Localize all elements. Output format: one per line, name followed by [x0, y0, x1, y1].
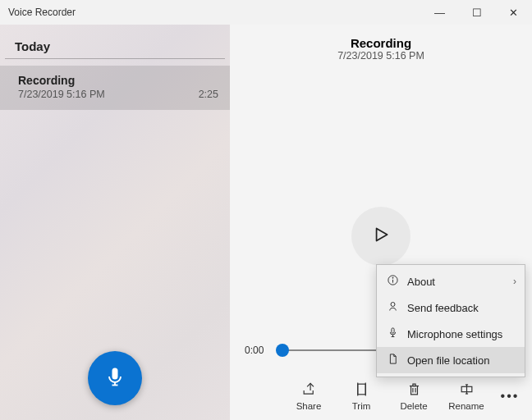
title-bar: Voice Recorder — ☐ ✕ [0, 0, 532, 25]
share-button[interactable]: Share [282, 377, 335, 411]
menu-item-label: About [407, 276, 435, 288]
recording-timestamp: 7/23/2019 5:16 PM [18, 89, 105, 100]
app-window: Voice Recorder — ☐ ✕ Today Recording 7/2… [0, 0, 532, 420]
recordings-sidebar: Today Recording 7/23/2019 5:16 PM 2:25 [0, 25, 230, 420]
svg-point-17 [392, 277, 393, 278]
rename-icon [459, 381, 475, 399]
share-icon [301, 381, 317, 399]
trash-icon [406, 381, 422, 399]
menu-item-microphone-settings[interactable]: Microphone settings [377, 321, 525, 347]
menu-item-label: Send feedback [407, 302, 479, 314]
close-button[interactable]: ✕ [495, 0, 532, 25]
recording-name: Recording [18, 74, 218, 87]
menu-item-label: Microphone settings [407, 328, 502, 340]
menu-item-open-file-location[interactable]: Open file location [377, 347, 525, 373]
more-context-menu: About › Send feedback Microphone setting… [376, 264, 525, 377]
microphone-icon [103, 365, 126, 391]
playback-title: Recording [337, 36, 424, 50]
seek-thumb[interactable] [276, 344, 289, 357]
svg-rect-19 [392, 328, 394, 333]
chevron-right-icon: › [513, 276, 516, 287]
play-button[interactable] [351, 207, 410, 266]
recording-list-item[interactable]: Recording 7/23/2019 5:16 PM 2:25 [0, 66, 230, 110]
app-title: Voice Recorder [8, 7, 76, 18]
feedback-icon [387, 300, 399, 315]
trim-icon [354, 381, 369, 399]
delete-label: Delete [400, 401, 427, 411]
time-current: 0:00 [245, 345, 273, 356]
play-icon [370, 224, 392, 249]
menu-item-label: Open file location [407, 354, 489, 367]
minimize-button[interactable]: — [421, 0, 458, 25]
trim-button[interactable]: Trim [335, 377, 388, 411]
svg-rect-6 [357, 384, 365, 395]
microphone-icon [387, 326, 399, 341]
menu-item-send-feedback[interactable]: Send feedback [377, 294, 525, 321]
info-icon [387, 274, 399, 289]
recording-duration: 2:25 [199, 89, 218, 100]
svg-rect-0 [112, 368, 118, 380]
maximize-button[interactable]: ☐ [458, 0, 495, 25]
share-label: Share [296, 401, 322, 411]
rename-button[interactable]: Rename [440, 377, 493, 411]
section-header-today: Today [5, 25, 225, 59]
playback-subtitle: 7/23/2019 5:16 PM [337, 50, 424, 62]
svg-point-18 [391, 303, 395, 307]
playback-panel: Recording 7/23/2019 5:16 PM [230, 25, 532, 420]
svg-marker-3 [377, 228, 388, 240]
more-icon: ••• [501, 389, 520, 404]
trim-label: Trim [352, 401, 371, 411]
window-controls: — ☐ ✕ [421, 0, 532, 25]
rename-label: Rename [448, 401, 484, 411]
record-button[interactable] [88, 351, 142, 405]
more-button[interactable]: ••• [493, 384, 527, 404]
menu-item-about[interactable]: About › [377, 268, 525, 294]
file-icon [387, 353, 399, 368]
delete-button[interactable]: Delete [388, 377, 440, 411]
